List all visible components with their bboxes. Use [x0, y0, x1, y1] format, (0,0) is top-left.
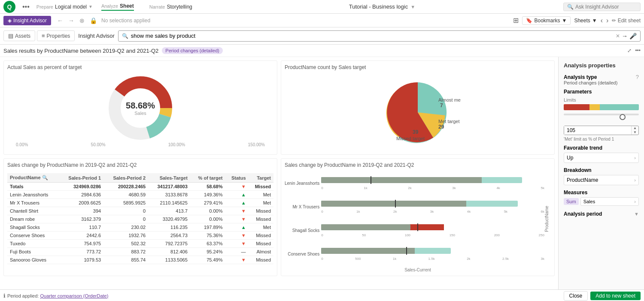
table-title: Sales change by ProductName in 2019-Q2 a…	[7, 162, 137, 168]
properties-tab[interactable]: ≡ Properties	[37, 30, 75, 41]
totals-status: Missed	[249, 183, 273, 191]
limit-hint: 'Met' limit as % of Period 1	[564, 137, 639, 141]
trend-icon: ▲	[241, 225, 246, 230]
bookmarks-button[interactable]: 🔖 Bookmarks ▼	[522, 16, 571, 25]
limits-label: Limits	[564, 97, 639, 102]
more-icon[interactable]: •••	[635, 48, 641, 54]
breakdown-select[interactable]: ProductName ›	[564, 175, 639, 185]
search-glass-icon: 🔍	[122, 33, 128, 39]
donut-chart-section: Actual Sales as percent of target 58.68%	[3, 60, 277, 155]
slider-thumb[interactable]	[620, 114, 626, 120]
properties-icon: ≡	[42, 33, 45, 39]
svg-text:29: 29	[438, 124, 444, 130]
search-table-icon[interactable]: 🔍	[42, 175, 48, 180]
lock-icon[interactable]: 🔒	[89, 16, 98, 25]
insight-advisor-button[interactable]: ◈ Insight Advisor	[3, 16, 51, 25]
second-toolbar: ◈ Insight Advisor ← → ⊗ 🔒 No selections …	[0, 14, 644, 27]
donut-chart-title: Actual Sales as percent of target	[7, 64, 273, 70]
top-navbar: Q ••• Prepare Logical model ▼ Analyze Sh…	[0, 0, 644, 14]
chevron-right-icon: ›	[634, 155, 636, 160]
period-link[interactable]: Quarter comparison (OrderDate)	[40, 293, 108, 298]
clear-selections-icon[interactable]: ⊗	[79, 16, 85, 25]
trend-icon: —	[241, 249, 246, 254]
page-title-bar: Sales results by ProductName between 201…	[0, 45, 644, 57]
table-row: Tuxedo 754.975 502.32 792.72375 63.37% ▼…	[7, 240, 273, 248]
limit-input[interactable]	[564, 126, 631, 135]
selection-back-icon[interactable]: ←	[56, 16, 64, 25]
prev-sheet-icon[interactable]: ‹	[601, 17, 603, 24]
bar-row-2: 050100150200250	[321, 224, 544, 237]
analysis-type-help-icon[interactable]: ?	[636, 74, 639, 80]
breakdown-chevron-icon: ›	[634, 178, 636, 183]
nav-prepare[interactable]: Prepare Logical model ▼	[36, 4, 93, 10]
pencil-icon: ✏	[612, 18, 616, 24]
sheets-button[interactable]: Sheets ▼	[574, 18, 597, 24]
analysis-period-chevron-icon: ▼	[634, 211, 639, 217]
donut-center: 58.68% Sales	[126, 101, 155, 116]
bar-chart-title: Sales change by ProductName in 2019-Q2 a…	[285, 162, 551, 168]
title-dropdown-icon[interactable]: ▼	[410, 4, 415, 9]
pie-chart-title: ProductName count by Sales target	[285, 64, 551, 70]
no-selections-label: No selections applied	[101, 18, 150, 24]
col-pct: % of target	[190, 173, 225, 183]
microphone-icon[interactable]: 🎤	[629, 33, 637, 39]
analysis-properties-panel: Analysis properties Analysis type ? Peri…	[558, 57, 644, 289]
table-row: Mr X Trousers 2009.6625 5895.9925 2110.1…	[7, 199, 273, 207]
sales-table: ProductName 🔍 Sales-Period 1 Sales-Perio…	[7, 173, 273, 264]
bottom-bar: ℹ Period applied: Quarter comparison (Or…	[0, 289, 644, 301]
add-to-sheet-button[interactable]: Add to new sheet	[590, 292, 641, 300]
page-title: Sales results by ProductName between 201…	[3, 48, 158, 54]
ask-insight-search[interactable]: 🔍	[563, 3, 641, 11]
limits-color-band	[564, 104, 639, 110]
trend-icon: ▲	[241, 192, 246, 197]
measure-field-select[interactable]: Sales ›	[580, 197, 639, 206]
trend-icon: ▼	[241, 217, 246, 222]
svg-text:Missed target: Missed target	[396, 136, 425, 141]
selection-forward-icon[interactable]: →	[67, 16, 75, 25]
next-sheet-icon[interactable]: ›	[606, 17, 608, 24]
analysis-period-label: Analysis period	[564, 211, 602, 217]
limit-input-wrap: ▲ ▼	[564, 126, 639, 135]
limit-spinners: ▲ ▼	[631, 126, 638, 135]
nav-analyze[interactable]: Analyze Sheet	[101, 3, 134, 11]
favorable-trend-select[interactable]: Up ›	[564, 153, 639, 163]
search-clear-icon[interactable]: ✕	[616, 33, 620, 39]
nav-narrate[interactable]: Narrate Storytelling	[149, 4, 192, 10]
insight-advisor-label: Insight Advisor	[78, 33, 115, 39]
col-p2: Sales-Period 2	[103, 173, 148, 183]
grid-view-icon[interactable]: ⊞	[513, 16, 519, 24]
spin-up-button[interactable]: ▲	[632, 126, 638, 130]
ask-insight-input[interactable]	[575, 4, 635, 10]
table-totals-row: Totals 324969.0286 200228.2465 341217.48…	[7, 183, 273, 191]
col-p1: Sales-Period 1	[59, 173, 103, 183]
search-input-wrap: 🔍 ✕ → 🎤	[118, 30, 641, 42]
expand-icon[interactable]: ⤢	[627, 48, 632, 54]
bar-chart-body: 01k2k3k4k5k 01k2k3k4k5k6k	[321, 172, 544, 266]
spin-down-button[interactable]: ▼	[632, 130, 638, 135]
search-submit-icon[interactable]: →	[622, 33, 628, 39]
qlik-logo-icon: Q	[3, 1, 15, 13]
prepare-dropdown-icon: ▼	[88, 4, 93, 9]
svg-text:39: 39	[413, 129, 419, 135]
edit-sheet-button[interactable]: ✏ Edit sheet	[612, 18, 641, 24]
trend-icon: ▼	[241, 257, 246, 262]
close-button[interactable]: Close	[564, 291, 588, 301]
search-tabs: ▤ Assets ≡ Properties	[3, 30, 75, 41]
search-input[interactable]	[131, 33, 616, 39]
more-options-icon[interactable]: •••	[22, 3, 30, 11]
analysis-period-row[interactable]: Analysis period ▼	[564, 211, 639, 217]
bar-row-0: 01k2k3k4k5k	[321, 177, 544, 190]
trend-icon: ▼	[241, 233, 246, 238]
analysis-type-value: Period changes (detailed)	[564, 80, 639, 85]
limits-slider[interactable]	[564, 114, 639, 122]
table-header-row: ProductName 🔍 Sales-Period 1 Sales-Perio…	[7, 173, 273, 183]
bar-chart-section: Sales change by ProductName in 2019-Q2 a…	[281, 158, 555, 276]
toolbar-icons: ← → ⊗ 🔒	[56, 16, 98, 25]
trend-icon: ▲	[241, 200, 246, 205]
breakdown-label: Breakdown	[564, 167, 639, 173]
measure-agg-tag: Sum	[564, 198, 579, 205]
assets-tab[interactable]: ▤ Assets	[3, 30, 35, 41]
bar-row-3: 05001k1.5k2k2.5k3k	[321, 248, 544, 261]
svg-text:7: 7	[440, 102, 443, 108]
toolbar-right: ⊞ 🔖 Bookmarks ▼ Sheets ▼ ‹ › ✏ Edit shee…	[513, 16, 641, 25]
